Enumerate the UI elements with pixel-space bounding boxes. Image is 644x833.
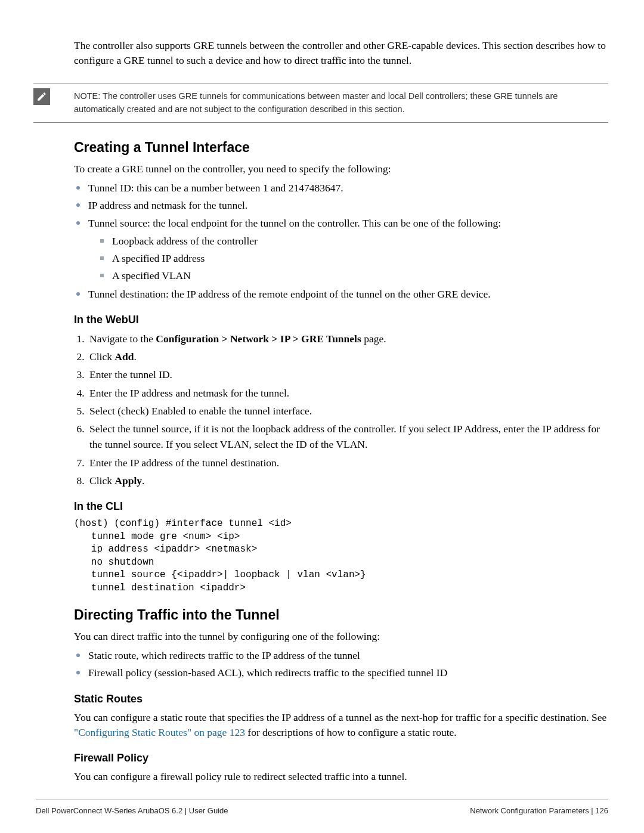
list-item: Tunnel ID: this can be a number between …	[74, 180, 608, 196]
heading-webui: In the WebUI	[74, 314, 608, 326]
page-footer: Dell PowerConnect W-Series ArubaOS 6.2 |…	[36, 800, 608, 815]
step-bold: Add	[114, 351, 134, 363]
note-icon	[33, 88, 50, 105]
heading-directing-traffic: Directing Traffic into the Tunnel	[74, 607, 608, 623]
list-item: Loopback address of the controller	[99, 233, 608, 249]
step-bold: Apply	[114, 475, 142, 487]
text: You can configure a static route that sp…	[74, 711, 606, 723]
note-box: NOTE: The controller uses GRE tunnels fo…	[33, 83, 608, 123]
note-label: NOTE:	[74, 91, 100, 101]
cli-block: (host) (config) #interface tunnel <id> t…	[74, 518, 608, 595]
sec1-intro: To create a GRE tunnel on the controller…	[74, 162, 608, 176]
step-text: Click	[89, 475, 114, 487]
heading-creating-tunnel: Creating a Tunnel Interface	[74, 140, 608, 156]
list-item: Static route, which redirects traffic to…	[74, 648, 608, 663]
step: Navigate to the Configuration > Network …	[87, 331, 608, 346]
webui-steps: Navigate to the Configuration > Network …	[74, 331, 608, 488]
step-text: page.	[361, 333, 386, 345]
list-item-text: Tunnel source: the local endpoint for th…	[88, 217, 501, 229]
list-item: A specified VLAN	[99, 268, 608, 283]
heading-firewall-policy: Firewall Policy	[74, 752, 608, 764]
step-text: .	[134, 351, 136, 363]
note-body: The controller uses GRE tunnels for comm…	[74, 91, 558, 114]
step-text: Click	[89, 351, 114, 363]
note-text: NOTE: The controller uses GRE tunnels fo…	[74, 89, 608, 116]
list-item: A specified IP address	[99, 250, 608, 266]
list-item: Tunnel source: the local endpoint for th…	[74, 215, 608, 284]
intro-paragraph: The controller also supports GRE tunnels…	[74, 38, 608, 69]
step: Enter the tunnel ID.	[87, 367, 608, 382]
static-routes-text: You can configure a static route that sp…	[74, 710, 608, 741]
step-text: .	[142, 475, 144, 487]
step: Enter the IP address and netmask for the…	[87, 385, 608, 401]
footer-left: Dell PowerConnect W-Series ArubaOS 6.2 |…	[36, 806, 228, 815]
step-text: Navigate to the	[89, 333, 156, 345]
list-item: Firewall policy (session-based ACL), whi…	[74, 665, 608, 680]
text: for descriptions of how to configure a s…	[245, 726, 457, 738]
sec2-intro: You can direct traffic into the tunnel b…	[74, 629, 608, 644]
step: Click Apply.	[87, 473, 608, 488]
list-item: IP address and netmask for the tunnel.	[74, 197, 608, 213]
heading-static-routes: Static Routes	[74, 693, 608, 705]
step: Select (check) Enabled to enable the tun…	[87, 403, 608, 419]
sec1-sub-bullets: Loopback address of the controller A spe…	[99, 233, 608, 284]
sec1-bullets: Tunnel ID: this can be a number between …	[74, 180, 608, 302]
link-configuring-static-routes[interactable]: "Configuring Static Routes" on page 123	[74, 726, 245, 738]
page-content: The controller also supports GRE tunnels…	[0, 0, 644, 785]
step: Select the tunnel source, if it is not t…	[87, 421, 608, 453]
firewall-policy-text: You can configure a firewall policy rule…	[74, 769, 608, 784]
footer-right: Network Configuration Parameters | 126	[470, 806, 608, 815]
step-bold: Configuration > Network > IP > GRE Tunne…	[156, 333, 361, 345]
list-item: Tunnel destination: the IP address of th…	[74, 286, 608, 302]
heading-cli: In the CLI	[74, 500, 608, 513]
step: Enter the IP address of the tunnel desti…	[87, 455, 608, 470]
step: Click Add.	[87, 349, 608, 364]
sec2-bullets: Static route, which redirects traffic to…	[74, 648, 608, 681]
